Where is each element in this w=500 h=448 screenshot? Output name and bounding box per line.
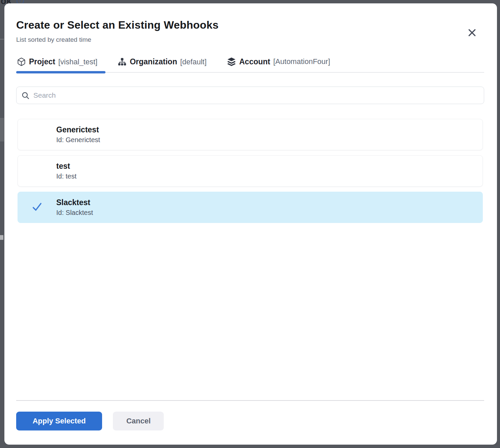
sitemap-icon <box>118 57 127 66</box>
tab-account[interactable]: Account [AutomationFour] <box>226 55 331 72</box>
tab-project[interactable]: Project [vishal_test] <box>16 55 98 72</box>
item-id: Id: test <box>56 172 76 180</box>
tab-label: Account <box>239 57 270 66</box>
item-name: Generictest <box>56 125 100 134</box>
item-text: Generictest Id: Generictest <box>56 125 100 144</box>
webhook-list: Generictest Id: Generictest test Id: tes… <box>16 119 484 228</box>
background-artifact <box>0 118 4 141</box>
check-cell <box>18 201 56 214</box>
item-name: Slacktest <box>56 198 93 207</box>
close-button[interactable] <box>466 27 478 39</box>
dialog-footer: Apply Selected Cancel <box>16 400 484 430</box>
tab-scope: [default] <box>180 58 207 66</box>
search-input[interactable] <box>33 91 479 99</box>
list-item-slacktest[interactable]: Slacktest Id: Slacktest <box>18 192 483 223</box>
apply-selected-button[interactable]: Apply Selected <box>16 412 102 430</box>
tab-label: Organization <box>130 57 177 66</box>
tab-bar: Project [vishal_test] Organization [defa… <box>16 55 484 73</box>
item-id: Id: Generictest <box>56 136 100 144</box>
dialog-subtitle: List sorted by created time <box>16 36 484 43</box>
layers-icon <box>227 57 236 66</box>
close-icon <box>467 28 477 39</box>
footer-divider <box>16 400 484 401</box>
list-item-generictest[interactable]: Generictest Id: Generictest <box>18 119 483 150</box>
search-box <box>16 87 484 104</box>
background-artifact <box>0 39 4 40</box>
background-artifact <box>0 235 3 240</box>
item-text: test Id: test <box>56 162 76 180</box>
item-name: test <box>56 162 76 171</box>
item-text: Slacktest Id: Slacktest <box>56 198 93 217</box>
checkmark-icon <box>31 201 43 214</box>
dialog-title: Create or Select an Existing Webhooks <box>16 19 484 31</box>
cancel-button[interactable]: Cancel <box>113 412 164 430</box>
search-icon <box>21 91 30 100</box>
tab-scope: [AutomationFour] <box>273 57 330 66</box>
tab-organization[interactable]: Organization [default] <box>117 55 207 72</box>
cube-icon <box>17 57 26 66</box>
list-item-test[interactable]: test Id: test <box>18 155 483 187</box>
item-id: Id: Slacktest <box>56 209 93 217</box>
webhooks-dialog: Create or Select an Existing Webhooks Li… <box>4 3 497 445</box>
tab-scope: [vishal_test] <box>58 58 97 66</box>
tab-label: Project <box>29 57 55 66</box>
